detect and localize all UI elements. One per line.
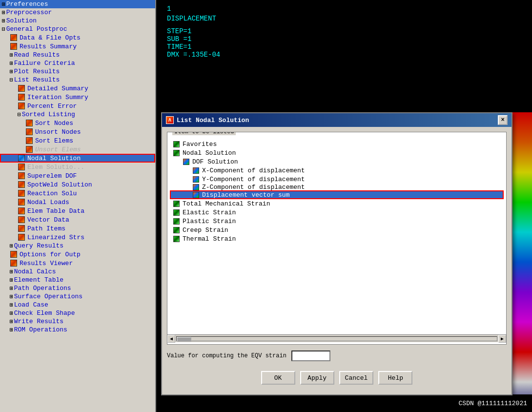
sidebar-item-sorted-listing[interactable]: ⊟ Sorted Listing xyxy=(0,110,155,119)
tree-label: Nodal Solution xyxy=(183,149,236,157)
sidebar-item-query-results[interactable]: ⊞ Query Results xyxy=(0,242,155,250)
tree-icon xyxy=(191,184,200,190)
apply-button[interactable]: Apply xyxy=(300,371,334,385)
sidebar-label: Preprocessor xyxy=(6,9,52,16)
sidebar-item-nodal-solution[interactable]: Nodal Solution xyxy=(0,154,155,163)
sidebar-item-iteration-summary[interactable]: Iteration Summry xyxy=(0,93,155,102)
tree-item-plastic-strain[interactable]: Plastic Strain xyxy=(170,217,504,226)
sidebar-item-list-results[interactable]: ⊟ List Results xyxy=(0,76,155,84)
dialog-close-button[interactable]: × xyxy=(498,115,508,125)
leaf-icon xyxy=(25,128,33,136)
expand-icon: ⊞ xyxy=(10,52,13,58)
sidebar-item-path-operations[interactable]: ⊞ Path Operations xyxy=(0,284,155,292)
tree-label: X-Component of displacement xyxy=(202,167,305,174)
sidebar-label: Nodal Solution xyxy=(27,155,81,162)
sidebar-item-results-viewer[interactable]: Results Viewer xyxy=(0,259,155,268)
sidebar-item-check-elem-shape[interactable]: ⊞ Check Elem Shape xyxy=(0,309,155,317)
expand-icon: ⊞ xyxy=(10,268,13,275)
sidebar-item-superelem-dof[interactable]: Superelem DOF xyxy=(0,171,155,180)
help-button[interactable]: Help xyxy=(378,371,412,385)
sidebar-item-sort-nodes[interactable]: Sort Nodes xyxy=(0,119,155,127)
tree-label: Z-Component of displacement xyxy=(202,184,305,190)
tree-item-x-component[interactable]: X-Component of displacement xyxy=(170,166,504,175)
expand-icon: ⊟ xyxy=(10,77,13,83)
sidebar-item-reaction-solu[interactable]: Reaction Solu xyxy=(0,189,155,198)
scroll-thumb[interactable] xyxy=(177,337,191,342)
sidebar-item-linearized-strs[interactable]: Linearized Strs xyxy=(0,233,155,242)
sidebar-item-vector-data[interactable]: Vector Data xyxy=(0,215,155,224)
sidebar-label: Unsort Nodes xyxy=(35,128,81,136)
tree-label: Thermal Strain xyxy=(183,235,236,243)
sidebar-item-preprocessor[interactable]: ⊞ Preprocessor xyxy=(0,8,155,17)
cancel-button[interactable]: Cancel xyxy=(339,371,374,385)
scroll-left-button[interactable]: ◀ xyxy=(167,335,175,343)
sidebar-item-elem-table-data[interactable]: Elem Table Data xyxy=(0,206,155,215)
sidebar-item-nodal-calcs[interactable]: ⊞ Nodal Calcs xyxy=(0,268,155,276)
expand-icon: ⊞ xyxy=(2,1,5,7)
tree-item-y-component[interactable]: Y-Component of displacement xyxy=(170,175,504,184)
sidebar-item-nodal-loads[interactable]: Nodal Loads xyxy=(0,198,155,206)
sidebar-item-elem-solution[interactable]: Elem Solutio... xyxy=(0,163,155,171)
leaf-icon xyxy=(18,189,25,197)
sidebar-item-read-results[interactable]: ⊞ Read Results xyxy=(0,51,155,59)
sidebar-item-results-summary[interactable]: Results Summary xyxy=(0,42,155,51)
sidebar-item-solution[interactable]: ⊞ Solution xyxy=(0,17,155,25)
sidebar-item-rom-operations[interactable]: ⊞ ROM Operations xyxy=(0,326,155,334)
sidebar-item-sort-elems[interactable]: Sort Elems xyxy=(0,136,155,145)
tree-label: Y-Component of displacement xyxy=(202,176,305,183)
sidebar-label: Surface Operations xyxy=(14,293,82,300)
sidebar-label: Elem Table Data xyxy=(27,207,84,215)
ok-button[interactable]: OK xyxy=(261,371,295,385)
expand-icon: ⊞ xyxy=(10,318,13,325)
dialog-body: Item to be listed Favorites Nodal Soluti… xyxy=(162,127,512,393)
tree-item-creep-strain[interactable]: Creep Strain xyxy=(170,226,504,234)
sidebar-item-surface-operations[interactable]: ⊞ Surface Operations xyxy=(0,292,155,301)
tree-item-favorites[interactable]: Favorites xyxy=(170,140,504,148)
leaf-icon xyxy=(18,93,25,101)
tree-item-elastic-strain[interactable]: Elastic Strain xyxy=(170,208,504,217)
sidebar-item-element-table[interactable]: ⊞ Element Table xyxy=(0,276,155,284)
sidebar-label: Reaction Solu xyxy=(27,190,77,197)
sidebar-label: Read Results xyxy=(14,51,60,59)
sidebar-item-percent-error[interactable]: Percent Error xyxy=(0,102,155,110)
leaf-icon xyxy=(25,137,33,144)
horizontal-scrollbar[interactable]: ◀ ▶ xyxy=(167,334,506,342)
sidebar-label: Sort Elems xyxy=(35,137,73,144)
sidebar-item-write-results[interactable]: ⊞ Write Results xyxy=(0,317,155,326)
sidebar-item-detailed-summary[interactable]: Detailed Summary xyxy=(0,84,155,93)
tree-item-nodal-solution[interactable]: Nodal Solution xyxy=(170,148,504,157)
sidebar: ⊞ Preferences ⊞ Preprocessor ⊞ Solution … xyxy=(0,0,156,412)
sidebar-item-path-items[interactable]: Path Items xyxy=(0,224,155,233)
tree-item-thermal-strain[interactable]: Thermal Strain xyxy=(170,234,504,243)
sidebar-item-general-postproc[interactable]: ⊟ General Postproc xyxy=(0,25,155,33)
leaf-icon xyxy=(18,225,25,232)
tree-item-displacement-vector-sum[interactable]: Displacement vector sum xyxy=(170,190,504,199)
sidebar-label: Solution xyxy=(6,17,37,24)
tree-label: DOF Solution xyxy=(192,158,238,165)
sidebar-item-data-file-opts[interactable]: Data & File Opts xyxy=(0,33,155,42)
sidebar-item-unsort-elems[interactable]: Unsort Elems xyxy=(0,145,155,154)
sidebar-item-spotweld-solution[interactable]: SpotWeld Solution xyxy=(0,180,155,189)
leaf-icon xyxy=(18,181,25,188)
leaf-icon xyxy=(18,84,25,92)
sidebar-item-preferences[interactable]: ⊞ Preferences xyxy=(0,0,155,8)
sidebar-label: Preferences xyxy=(6,0,48,8)
tree-item-total-mech-strain[interactable]: Total Mechanical Strain xyxy=(170,199,504,208)
expand-icon: ⊞ xyxy=(10,243,13,249)
sidebar-item-plot-results[interactable]: ⊞ Plot Results xyxy=(0,67,155,76)
sidebar-item-failure-criteria[interactable]: ⊞ Failure Criteria xyxy=(0,59,155,67)
sidebar-item-unsort-nodes[interactable]: Unsort Nodes xyxy=(0,127,155,136)
sidebar-label: Query Results xyxy=(14,242,63,249)
sidebar-item-options-for-outp[interactable]: Options for Outp xyxy=(0,250,155,259)
tree-container[interactable]: Favorites Nodal Solution DOF Solution X-… xyxy=(167,137,506,334)
leaf-icon xyxy=(18,207,25,215)
sidebar-label: List Results xyxy=(14,76,60,83)
sidebar-label: Superelem DOF xyxy=(27,172,77,180)
watermark-text: CSDN @111111112021 xyxy=(459,400,527,407)
tree-item-dof-solution[interactable]: DOF Solution xyxy=(170,157,504,166)
scroll-right-button[interactable]: ▶ xyxy=(498,335,506,343)
tree-item-z-component[interactable]: Z-Component of displacement xyxy=(170,184,504,190)
sidebar-item-load-case[interactable]: ⊞ Load Case xyxy=(0,301,155,309)
eqv-input[interactable] xyxy=(291,350,330,361)
color-strip xyxy=(512,112,532,412)
